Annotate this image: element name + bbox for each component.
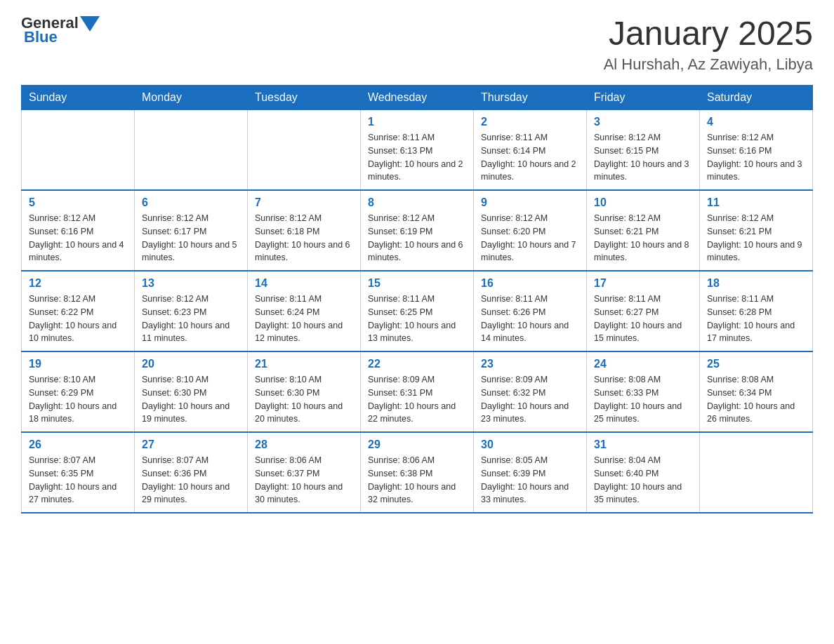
calendar-cell: 12Sunrise: 8:12 AMSunset: 6:22 PMDayligh… bbox=[22, 271, 135, 351]
calendar-cell: 21Sunrise: 8:10 AMSunset: 6:30 PMDayligh… bbox=[248, 351, 361, 432]
calendar-cell: 19Sunrise: 8:10 AMSunset: 6:29 PMDayligh… bbox=[22, 351, 135, 432]
week-row-3: 12Sunrise: 8:12 AMSunset: 6:22 PMDayligh… bbox=[22, 271, 813, 351]
day-info: Sunrise: 8:10 AMSunset: 6:30 PMDaylight:… bbox=[255, 373, 353, 426]
day-info: Sunrise: 8:11 AMSunset: 6:24 PMDaylight:… bbox=[255, 293, 353, 345]
day-header-monday: Monday bbox=[135, 86, 248, 110]
day-header-sunday: Sunday bbox=[22, 86, 135, 110]
week-row-5: 26Sunrise: 8:07 AMSunset: 6:35 PMDayligh… bbox=[22, 432, 813, 513]
calendar-cell: 11Sunrise: 8:12 AMSunset: 6:21 PMDayligh… bbox=[700, 190, 813, 271]
calendar-body: 1Sunrise: 8:11 AMSunset: 6:13 PMDaylight… bbox=[22, 110, 813, 514]
day-number: 4 bbox=[707, 116, 805, 128]
calendar-cell: 28Sunrise: 8:06 AMSunset: 6:37 PMDayligh… bbox=[248, 432, 361, 513]
day-header-tuesday: Tuesday bbox=[248, 86, 361, 110]
calendar-subtitle: Al Hurshah, Az Zawiyah, Libya bbox=[604, 55, 813, 74]
day-info: Sunrise: 8:12 AMSunset: 6:22 PMDaylight:… bbox=[29, 293, 127, 345]
calendar-cell: 30Sunrise: 8:05 AMSunset: 6:39 PMDayligh… bbox=[474, 432, 587, 513]
calendar-cell: 1Sunrise: 8:11 AMSunset: 6:13 PMDaylight… bbox=[361, 110, 474, 191]
calendar-cell: 2Sunrise: 8:11 AMSunset: 6:14 PMDaylight… bbox=[474, 110, 587, 191]
calendar-cell: 14Sunrise: 8:11 AMSunset: 6:24 PMDayligh… bbox=[248, 271, 361, 351]
calendar-cell bbox=[22, 110, 135, 191]
day-number: 26 bbox=[29, 438, 127, 451]
calendar-cell: 4Sunrise: 8:12 AMSunset: 6:16 PMDaylight… bbox=[700, 110, 813, 191]
day-info: Sunrise: 8:09 AMSunset: 6:32 PMDaylight:… bbox=[481, 373, 579, 426]
day-info: Sunrise: 8:12 AMSunset: 6:19 PMDaylight:… bbox=[368, 212, 466, 264]
calendar-cell: 22Sunrise: 8:09 AMSunset: 6:31 PMDayligh… bbox=[361, 351, 474, 432]
day-number: 12 bbox=[29, 277, 127, 290]
day-number: 2 bbox=[481, 116, 579, 128]
day-info: Sunrise: 8:12 AMSunset: 6:15 PMDaylight:… bbox=[594, 131, 692, 184]
day-info: Sunrise: 8:11 AMSunset: 6:14 PMDaylight:… bbox=[481, 131, 579, 184]
day-number: 13 bbox=[142, 277, 240, 290]
calendar-cell bbox=[135, 110, 248, 191]
day-info: Sunrise: 8:06 AMSunset: 6:38 PMDaylight:… bbox=[368, 454, 466, 507]
day-info: Sunrise: 8:10 AMSunset: 6:29 PMDaylight:… bbox=[29, 373, 127, 426]
day-header-wednesday: Wednesday bbox=[361, 86, 474, 110]
calendar-cell: 29Sunrise: 8:06 AMSunset: 6:38 PMDayligh… bbox=[361, 432, 474, 513]
calendar-cell: 27Sunrise: 8:07 AMSunset: 6:36 PMDayligh… bbox=[135, 432, 248, 513]
calendar-cell: 23Sunrise: 8:09 AMSunset: 6:32 PMDayligh… bbox=[474, 351, 587, 432]
day-info: Sunrise: 8:11 AMSunset: 6:27 PMDaylight:… bbox=[594, 293, 692, 345]
calendar-cell: 25Sunrise: 8:08 AMSunset: 6:34 PMDayligh… bbox=[700, 351, 813, 432]
day-number: 30 bbox=[481, 438, 579, 451]
day-number: 27 bbox=[142, 438, 240, 451]
week-row-1: 1Sunrise: 8:11 AMSunset: 6:13 PMDaylight… bbox=[22, 110, 813, 191]
day-number: 19 bbox=[29, 358, 127, 370]
day-info: Sunrise: 8:08 AMSunset: 6:33 PMDaylight:… bbox=[594, 373, 692, 426]
day-header-friday: Friday bbox=[587, 86, 700, 110]
day-info: Sunrise: 8:12 AMSunset: 6:16 PMDaylight:… bbox=[707, 131, 805, 184]
day-number: 16 bbox=[481, 277, 579, 290]
day-number: 24 bbox=[594, 358, 692, 370]
day-number: 23 bbox=[481, 358, 579, 370]
day-number: 7 bbox=[255, 196, 353, 209]
calendar-table: SundayMondayTuesdayWednesdayThursdayFrid… bbox=[21, 85, 813, 514]
day-number: 18 bbox=[707, 277, 805, 290]
day-number: 1 bbox=[368, 116, 466, 128]
week-row-4: 19Sunrise: 8:10 AMSunset: 6:29 PMDayligh… bbox=[22, 351, 813, 432]
day-info: Sunrise: 8:09 AMSunset: 6:31 PMDaylight:… bbox=[368, 373, 466, 426]
title-area: January 2025 Al Hurshah, Az Zawiyah, Lib… bbox=[604, 14, 813, 74]
page-header: General Blue January 2025 Al Hurshah, Az… bbox=[21, 14, 813, 74]
day-info: Sunrise: 8:11 AMSunset: 6:13 PMDaylight:… bbox=[368, 131, 466, 184]
calendar-cell: 8Sunrise: 8:12 AMSunset: 6:19 PMDaylight… bbox=[361, 190, 474, 271]
day-info: Sunrise: 8:11 AMSunset: 6:25 PMDaylight:… bbox=[368, 293, 466, 345]
day-info: Sunrise: 8:08 AMSunset: 6:34 PMDaylight:… bbox=[707, 373, 805, 426]
day-number: 31 bbox=[594, 438, 692, 451]
day-info: Sunrise: 8:12 AMSunset: 6:18 PMDaylight:… bbox=[255, 212, 353, 264]
day-number: 6 bbox=[142, 196, 240, 209]
day-number: 17 bbox=[594, 277, 692, 290]
day-info: Sunrise: 8:12 AMSunset: 6:21 PMDaylight:… bbox=[707, 212, 805, 264]
calendar-cell: 24Sunrise: 8:08 AMSunset: 6:33 PMDayligh… bbox=[587, 351, 700, 432]
day-info: Sunrise: 8:12 AMSunset: 6:17 PMDaylight:… bbox=[142, 212, 240, 264]
day-number: 21 bbox=[255, 358, 353, 370]
days-of-week-row: SundayMondayTuesdayWednesdayThursdayFrid… bbox=[22, 86, 813, 110]
calendar-title: January 2025 bbox=[604, 14, 813, 53]
day-number: 15 bbox=[368, 277, 466, 290]
day-info: Sunrise: 8:07 AMSunset: 6:35 PMDaylight:… bbox=[29, 454, 127, 507]
day-number: 14 bbox=[255, 277, 353, 290]
day-info: Sunrise: 8:11 AMSunset: 6:26 PMDaylight:… bbox=[481, 293, 579, 345]
day-number: 28 bbox=[255, 438, 353, 451]
calendar-cell: 6Sunrise: 8:12 AMSunset: 6:17 PMDaylight… bbox=[135, 190, 248, 271]
day-number: 5 bbox=[29, 196, 127, 209]
calendar-cell: 31Sunrise: 8:04 AMSunset: 6:40 PMDayligh… bbox=[587, 432, 700, 513]
day-info: Sunrise: 8:12 AMSunset: 6:21 PMDaylight:… bbox=[594, 212, 692, 264]
calendar-cell: 5Sunrise: 8:12 AMSunset: 6:16 PMDaylight… bbox=[22, 190, 135, 271]
day-number: 22 bbox=[368, 358, 466, 370]
day-info: Sunrise: 8:06 AMSunset: 6:37 PMDaylight:… bbox=[255, 454, 353, 507]
logo-blue: Blue bbox=[24, 28, 58, 46]
calendar-cell: 9Sunrise: 8:12 AMSunset: 6:20 PMDaylight… bbox=[474, 190, 587, 271]
day-info: Sunrise: 8:04 AMSunset: 6:40 PMDaylight:… bbox=[594, 454, 692, 507]
calendar-cell: 7Sunrise: 8:12 AMSunset: 6:18 PMDaylight… bbox=[248, 190, 361, 271]
calendar-cell bbox=[700, 432, 813, 513]
calendar-cell: 3Sunrise: 8:12 AMSunset: 6:15 PMDaylight… bbox=[587, 110, 700, 191]
calendar-cell: 18Sunrise: 8:11 AMSunset: 6:28 PMDayligh… bbox=[700, 271, 813, 351]
calendar-cell: 15Sunrise: 8:11 AMSunset: 6:25 PMDayligh… bbox=[361, 271, 474, 351]
day-info: Sunrise: 8:12 AMSunset: 6:16 PMDaylight:… bbox=[29, 212, 127, 264]
day-number: 3 bbox=[594, 116, 692, 128]
day-header-saturday: Saturday bbox=[700, 86, 813, 110]
day-info: Sunrise: 8:12 AMSunset: 6:20 PMDaylight:… bbox=[481, 212, 579, 264]
logo-triangle-icon bbox=[80, 16, 100, 32]
calendar-cell: 10Sunrise: 8:12 AMSunset: 6:21 PMDayligh… bbox=[587, 190, 700, 271]
day-info: Sunrise: 8:12 AMSunset: 6:23 PMDaylight:… bbox=[142, 293, 240, 345]
day-number: 25 bbox=[707, 358, 805, 370]
